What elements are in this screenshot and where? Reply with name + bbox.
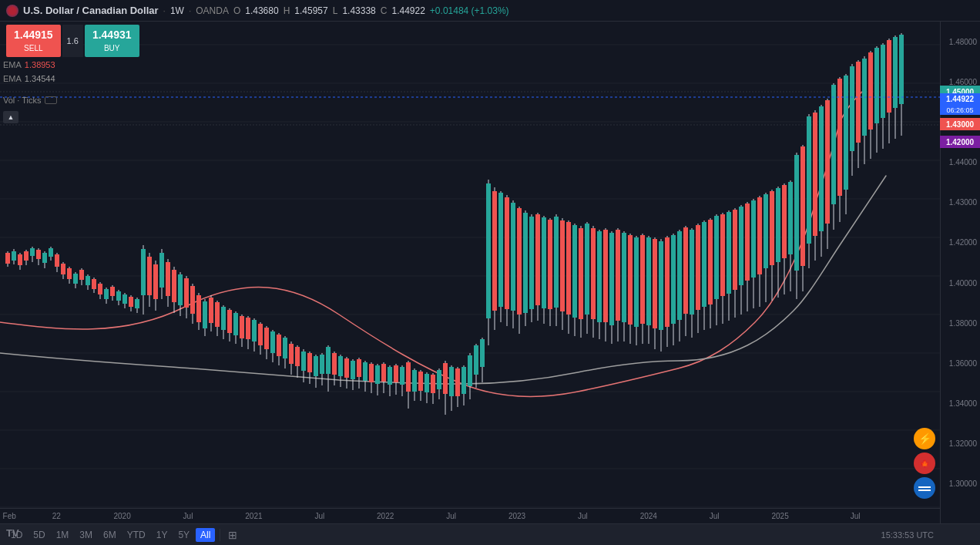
- tf-1m[interactable]: 1M: [52, 528, 74, 542]
- svg-rect-91: [233, 313, 238, 335]
- sell-button[interactable]: 1.44915 SELL: [6, 25, 61, 57]
- tf-5y[interactable]: 5Y: [173, 528, 194, 542]
- chart-area[interactable]: [0, 22, 940, 523]
- svg-rect-93: [240, 316, 244, 338]
- svg-rect-267: [776, 188, 780, 262]
- time-tick-2021: 2021: [245, 512, 262, 520]
- svg-rect-227: [653, 239, 657, 328]
- ema1-value: 1.38953: [25, 59, 55, 72]
- spread-badge: 1.6: [62, 25, 83, 57]
- svg-rect-301: [881, 45, 885, 118]
- time-tick-feb: Feb: [3, 512, 16, 520]
- svg-rect-59: [135, 299, 139, 308]
- svg-rect-171: [480, 339, 485, 367]
- svg-rect-103: [270, 331, 275, 353]
- time-tick-2022: 2022: [377, 512, 394, 520]
- svg-rect-211: [603, 230, 608, 322]
- svg-rect-137: [375, 365, 380, 384]
- buy-label: BUY: [92, 43, 132, 54]
- timeframe-label: 1W: [170, 5, 184, 16]
- tf-5d[interactable]: 5D: [29, 528, 49, 542]
- svg-rect-141: [388, 367, 392, 385]
- collapse-button[interactable]: ▲: [3, 111, 18, 123]
- svg-rect-139: [381, 364, 386, 382]
- spread-value: 1.6: [67, 36, 79, 45]
- close-value: 1.44922: [391, 5, 425, 16]
- fab-canada-button[interactable]: 🍁: [914, 452, 935, 474]
- tf-ytd[interactable]: YTD: [123, 528, 150, 542]
- svg-rect-291: [850, 66, 854, 151]
- svg-rect-33: [55, 254, 59, 267]
- tf-3m[interactable]: 3M: [75, 528, 97, 542]
- tf-6m[interactable]: 6M: [99, 528, 121, 542]
- ema-labels: EMA 1.38953 EMA 1.34544: [3, 59, 55, 86]
- svg-rect-75: [184, 278, 189, 308]
- svg-rect-19: [12, 251, 16, 261]
- svg-rect-63: [147, 257, 152, 295]
- svg-rect-147: [406, 362, 411, 392]
- current-time: 06:26:05: [940, 106, 980, 115]
- close-label: C: [381, 5, 388, 16]
- open-value: 1.43680: [245, 5, 278, 16]
- svg-rect-101: [264, 328, 269, 349]
- price-tick: 1.32000: [949, 439, 977, 447]
- svg-rect-69: [166, 262, 170, 296]
- svg-rect-229: [659, 241, 663, 330]
- time-tick-jul20: Jul: [183, 512, 193, 520]
- svg-rect-77: [190, 286, 195, 314]
- svg-rect-247: [714, 216, 719, 299]
- fab-lightning-button[interactable]: ⚡: [914, 428, 935, 449]
- svg-rect-183: [517, 208, 522, 315]
- symbol-info: U.S. Dollar / Canadian Dollar · 1W · OAN…: [6, 5, 974, 17]
- svg-rect-195: [554, 217, 559, 308]
- svg-rect-143: [394, 365, 398, 382]
- ema1-label: EMA: [3, 59, 22, 72]
- tf-1y[interactable]: 1Y: [152, 528, 173, 542]
- svg-rect-121: [326, 347, 331, 374]
- price-axis: 1.48000 1.46000 1.45000 1.44000 1.43000 …: [940, 22, 980, 523]
- svg-rect-111: [295, 347, 300, 366]
- svg-rect-115: [307, 353, 312, 372]
- svg-rect-83: [209, 298, 213, 323]
- tf-all[interactable]: All: [196, 528, 215, 542]
- svg-rect-67: [159, 253, 164, 288]
- price-tick: 1.30000: [949, 479, 977, 487]
- open-label: O: [233, 5, 240, 16]
- svg-rect-285: [831, 85, 836, 204]
- svg-rect-79: [196, 295, 201, 322]
- svg-rect-87: [221, 307, 226, 330]
- svg-rect-231: [665, 237, 670, 327]
- svg-rect-35: [61, 264, 65, 274]
- svg-rect-65: [153, 264, 158, 299]
- svg-rect-49: [104, 289, 109, 299]
- buy-button[interactable]: 1.44931 BUY: [85, 25, 139, 57]
- low-label: L: [333, 5, 338, 16]
- time-tick-jul22: Jul: [446, 512, 456, 520]
- fab-us-button[interactable]: [914, 477, 935, 499]
- svg-rect-217: [622, 233, 626, 322]
- price-tick: 1.46000: [949, 78, 977, 86]
- svg-rect-29: [42, 253, 47, 263]
- price-badge-1_43: 1.43000: [940, 118, 980, 130]
- svg-rect-131: [357, 359, 361, 377]
- svg-rect-53: [116, 291, 121, 301]
- ema1-line: EMA 1.38953: [3, 59, 55, 72]
- vol-text: Vol · Ticks: [3, 96, 42, 105]
- svg-rect-289: [844, 76, 848, 190]
- svg-rect-271: [788, 182, 793, 254]
- svg-rect-203: [579, 228, 583, 319]
- svg-rect-127: [344, 358, 349, 378]
- svg-rect-263: [764, 194, 768, 268]
- svg-rect-281: [819, 106, 824, 231]
- chart-type-button[interactable]: ⊞: [225, 527, 240, 543]
- candlesticks: [0, 33, 940, 415]
- svg-rect-129: [351, 361, 355, 379]
- svg-rect-71: [172, 270, 176, 302]
- svg-rect-199: [566, 222, 571, 315]
- svg-rect-241: [696, 225, 700, 310]
- svg-rect-185: [523, 213, 528, 313]
- time-tick-jul21: Jul: [314, 512, 324, 520]
- svg-rect-245: [708, 220, 713, 304]
- svg-rect-243: [702, 222, 706, 307]
- svg-rect-125: [338, 356, 343, 376]
